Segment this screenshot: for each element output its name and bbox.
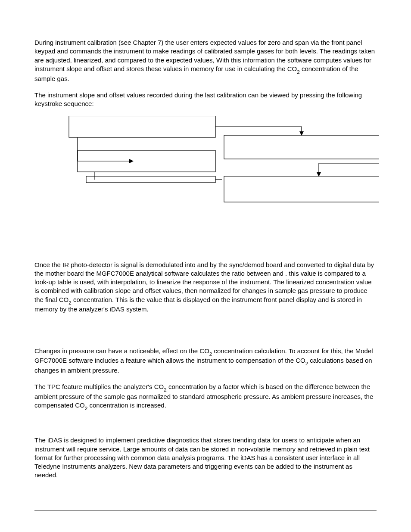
svg-rect-3: [224, 135, 379, 159]
text: Changes in pressure can have a noticeabl…: [34, 347, 209, 355]
paragraph-calibration: During instrument calibration (see Chapt…: [34, 38, 377, 83]
paragraph-tpc: The TPC feature multiplies the analyzer'…: [34, 383, 377, 411]
paragraph-idas: The iDAS is designed to implement predic…: [34, 436, 377, 479]
text: The iDAS is designed to implement predic…: [34, 436, 370, 479]
text: The instrument slope and offset values r…: [34, 91, 362, 107]
subscript-2: 2: [209, 351, 212, 357]
flow-diagram-svg: [52, 116, 379, 219]
keystroke-diagram: [52, 116, 377, 221]
text: concentration. This is the value that is…: [34, 296, 362, 313]
subscript-2: 2: [164, 387, 167, 392]
svg-rect-4: [224, 176, 379, 202]
top-rule: [34, 26, 377, 26]
subscript-2: 2: [68, 300, 72, 305]
paragraph-ir-detector: Once the IR photo-detector is signal is …: [34, 261, 377, 314]
subscript-2: 2: [85, 405, 88, 411]
svg-rect-2: [86, 176, 215, 183]
svg-rect-0: [69, 116, 215, 137]
paragraph-pressure-effect: Changes in pressure can have a noticeabl…: [34, 347, 377, 375]
subscript-2: 2: [305, 361, 308, 366]
paragraph-keystroke-intro: The instrument slope and offset values r…: [34, 91, 377, 109]
text: concentration is increased.: [87, 401, 166, 409]
bottom-rule: [34, 510, 377, 510]
subscript-2: 2: [297, 69, 300, 75]
text: The TPC feature multiplies the analyzer'…: [34, 383, 164, 390]
